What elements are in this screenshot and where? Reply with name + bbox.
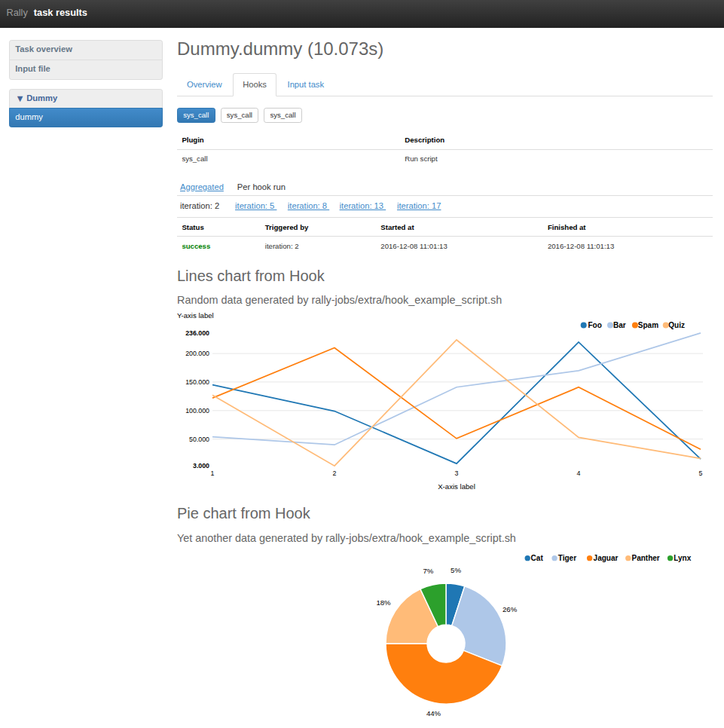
svg-text:18%: 18%	[376, 598, 391, 607]
svg-text:Bar: Bar	[613, 321, 626, 329]
svg-text:Jaguar: Jaguar	[594, 554, 619, 562]
svg-text:Spam: Spam	[638, 321, 658, 329]
svg-text:44%: 44%	[426, 709, 441, 717]
svg-text:200.000: 200.000	[185, 350, 209, 357]
svg-text:1: 1	[211, 470, 215, 477]
svg-text:150.000: 150.000	[185, 378, 209, 386]
svg-text:2: 2	[333, 470, 337, 477]
svg-text:4: 4	[577, 470, 581, 477]
svg-text:X-axis label: X-axis label	[438, 482, 475, 491]
svg-text:Tiger: Tiger	[558, 554, 576, 562]
svg-text:5%: 5%	[451, 566, 461, 574]
svg-text:3.000: 3.000	[193, 462, 209, 470]
svg-text:Quiz: Quiz	[668, 321, 685, 329]
svg-text:236.000: 236.000	[185, 329, 209, 337]
svg-text:26%: 26%	[503, 605, 518, 613]
svg-text:3: 3	[455, 470, 459, 477]
svg-text:Cat: Cat	[531, 554, 544, 562]
svg-text:Panther: Panther	[631, 554, 659, 562]
svg-text:Lynx: Lynx	[674, 554, 691, 562]
svg-text:5: 5	[699, 470, 703, 477]
svg-text:50.000: 50.000	[189, 436, 209, 443]
svg-text:7%: 7%	[423, 567, 434, 575]
svg-text:Foo: Foo	[588, 321, 602, 329]
svg-text:Y-axis label: Y-axis label	[177, 311, 214, 320]
svg-text:100.000: 100.000	[185, 407, 209, 414]
